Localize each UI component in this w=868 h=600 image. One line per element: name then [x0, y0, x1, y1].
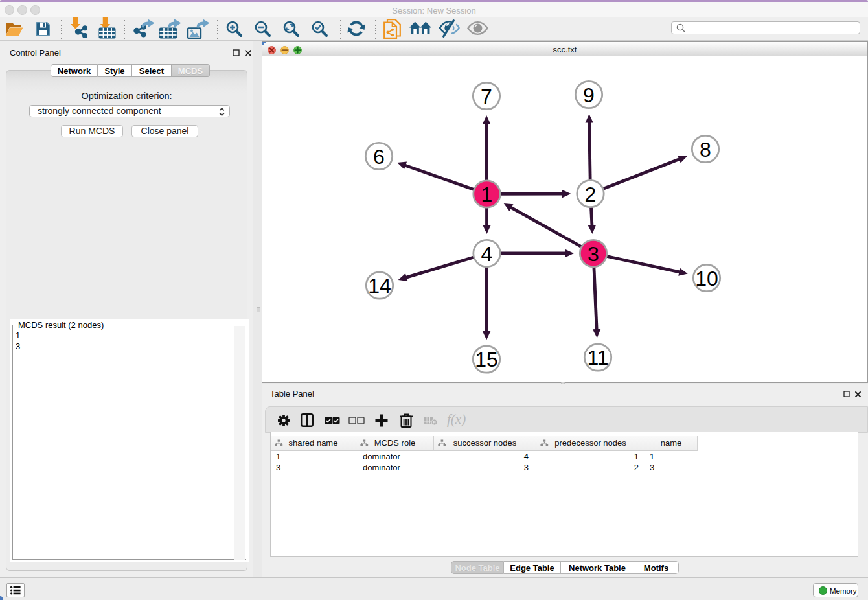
svg-text:10: 10 — [695, 267, 718, 290]
svg-text:9: 9 — [583, 84, 595, 107]
svg-text:15: 15 — [475, 348, 498, 371]
svg-text:2: 2 — [585, 183, 597, 206]
svg-text:1: 1 — [481, 183, 493, 206]
svg-text:6: 6 — [373, 145, 385, 168]
svg-text:11: 11 — [587, 346, 608, 369]
svg-text:4: 4 — [481, 242, 493, 266]
svg-text:14: 14 — [368, 274, 391, 297]
svg-text:8: 8 — [700, 138, 711, 161]
svg-text:7: 7 — [481, 85, 492, 108]
svg-text:3: 3 — [588, 242, 599, 266]
